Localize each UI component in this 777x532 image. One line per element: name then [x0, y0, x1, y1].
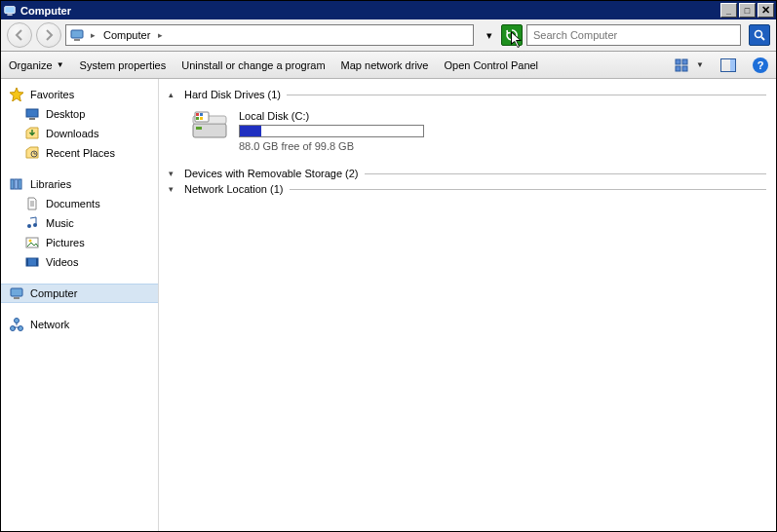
svg-rect-36 — [196, 117, 199, 120]
music-icon — [24, 215, 40, 231]
svg-point-27 — [11, 326, 16, 331]
nav-item-label: Pictures — [46, 237, 85, 248]
system-properties-button[interactable]: System properties — [80, 59, 167, 71]
content-area: ▴ Hard Disk Drives (1) Local Disk (C:) 8… — [159, 79, 776, 531]
cmd-label: Organize — [9, 59, 53, 71]
collapse-icon: ▴ — [169, 90, 178, 99]
nav-computer[interactable]: Computer — [1, 284, 158, 303]
close-button[interactable]: ✕ — [758, 3, 774, 18]
title-bar: Computer _ □ ✕ — [1, 1, 776, 19]
svg-rect-8 — [676, 66, 680, 71]
svg-rect-24 — [36, 258, 38, 266]
section-label: Network Location (1) — [184, 183, 284, 195]
chevron-right-icon[interactable]: ▸ — [156, 30, 165, 40]
computer-crumb-icon — [69, 27, 85, 43]
nav-label: Computer — [30, 287, 77, 299]
maximize-button[interactable]: □ — [739, 3, 756, 18]
forward-button[interactable] — [36, 22, 61, 48]
section-removable-storage[interactable]: ▾ Devices with Removable Storage (2) — [169, 168, 766, 179]
nav-documents[interactable]: Documents — [1, 194, 158, 213]
nav-network[interactable]: Network — [1, 315, 158, 334]
downloads-icon — [24, 126, 40, 141]
command-bar: Organize ▼ System properties Uninstall o… — [1, 52, 776, 79]
libraries-icon — [9, 176, 24, 192]
svg-rect-37 — [200, 117, 203, 120]
chevron-down-icon: ▼ — [57, 60, 64, 69]
recent-places-icon — [24, 145, 40, 161]
svg-rect-16 — [15, 179, 18, 189]
expand-icon: ▾ — [169, 169, 178, 178]
computer-icon — [9, 285, 24, 301]
svg-line-5 — [761, 37, 764, 40]
preview-pane-button[interactable] — [719, 57, 737, 74]
nav-pictures[interactable]: Pictures — [1, 233, 158, 252]
refresh-button[interactable] — [501, 24, 523, 46]
organize-menu[interactable]: Organize ▼ — [9, 59, 64, 71]
nav-item-label: Documents — [46, 198, 100, 209]
svg-rect-0 — [5, 6, 16, 13]
nav-label: Favorites — [30, 89, 74, 100]
breadcrumb-location[interactable]: Computer — [101, 29, 152, 41]
svg-rect-7 — [682, 59, 687, 64]
search-input[interactable] — [527, 29, 740, 41]
nav-label: Network — [30, 319, 69, 330]
drive-name: Local Disk (C:) — [239, 110, 424, 122]
search-box[interactable] — [526, 24, 741, 46]
section-network-location[interactable]: ▾ Network Location (1) — [169, 183, 766, 195]
address-bar[interactable]: ▸ Computer ▸ — [65, 24, 474, 46]
uninstall-program-button[interactable]: Uninstall or change a program — [181, 59, 325, 71]
address-history-dropdown[interactable]: ▾ — [482, 25, 497, 45]
pictures-icon — [24, 235, 40, 250]
desktop-icon — [24, 106, 40, 122]
svg-point-21 — [29, 240, 32, 243]
window-title: Computer — [20, 5, 719, 17]
svg-rect-26 — [14, 297, 19, 299]
section-hard-disk-drives[interactable]: ▴ Hard Disk Drives (1) — [169, 89, 766, 100]
svg-point-18 — [27, 224, 31, 228]
nav-videos[interactable]: Videos — [1, 252, 158, 272]
open-control-panel-button[interactable]: Open Control Panel — [444, 59, 538, 71]
section-label: Hard Disk Drives (1) — [184, 89, 281, 100]
navigation-pane: Favorites Desktop Downloads Recent Place… — [1, 79, 159, 531]
map-network-drive-button[interactable]: Map network drive — [341, 59, 429, 71]
nav-desktop[interactable]: Desktop — [1, 104, 158, 124]
back-button[interactable] — [7, 22, 32, 48]
navigation-bar: ▸ Computer ▸ ▾ — [1, 19, 776, 52]
nav-recent-places[interactable]: Recent Places — [1, 143, 158, 163]
nav-item-label: Videos — [46, 256, 78, 268]
computer-icon — [3, 4, 17, 18]
chevron-down-icon[interactable]: ▼ — [696, 60, 704, 69]
nav-item-label: Downloads — [46, 128, 98, 139]
network-icon — [9, 317, 24, 332]
chevron-right-icon[interactable]: ▸ — [89, 30, 97, 40]
svg-rect-35 — [200, 113, 203, 116]
libraries-header[interactable]: Libraries — [1, 174, 158, 194]
svg-rect-30 — [193, 124, 226, 137]
help-button[interactable]: ? — [753, 57, 768, 73]
svg-rect-23 — [26, 258, 28, 266]
search-button[interactable] — [749, 24, 770, 46]
svg-rect-3 — [74, 39, 80, 41]
nav-item-label: Desktop — [46, 108, 85, 120]
drive-local-disk-c[interactable]: Local Disk (C:) 88.0 GB free of 99.8 GB — [169, 104, 766, 164]
nav-downloads[interactable]: Downloads — [1, 124, 158, 143]
svg-rect-2 — [71, 30, 83, 38]
star-icon — [9, 87, 24, 102]
svg-point-4 — [755, 30, 761, 37]
svg-rect-31 — [196, 127, 202, 130]
svg-rect-6 — [676, 59, 680, 64]
section-label: Devices with Removable Storage (2) — [184, 168, 359, 179]
svg-rect-9 — [682, 66, 687, 71]
svg-rect-15 — [11, 179, 14, 189]
svg-point-28 — [19, 326, 23, 331]
expand-icon: ▾ — [169, 184, 178, 194]
svg-point-19 — [33, 223, 37, 227]
svg-rect-34 — [196, 113, 199, 116]
drive-usage-bar — [239, 125, 424, 137]
drive-free-text: 88.0 GB free of 99.8 GB — [239, 140, 424, 152]
nav-music[interactable]: Music — [1, 213, 158, 233]
minimize-button[interactable]: _ — [720, 3, 737, 18]
svg-rect-1 — [7, 14, 12, 15]
favorites-header[interactable]: Favorites — [1, 85, 158, 104]
view-options-button[interactable] — [673, 57, 690, 74]
